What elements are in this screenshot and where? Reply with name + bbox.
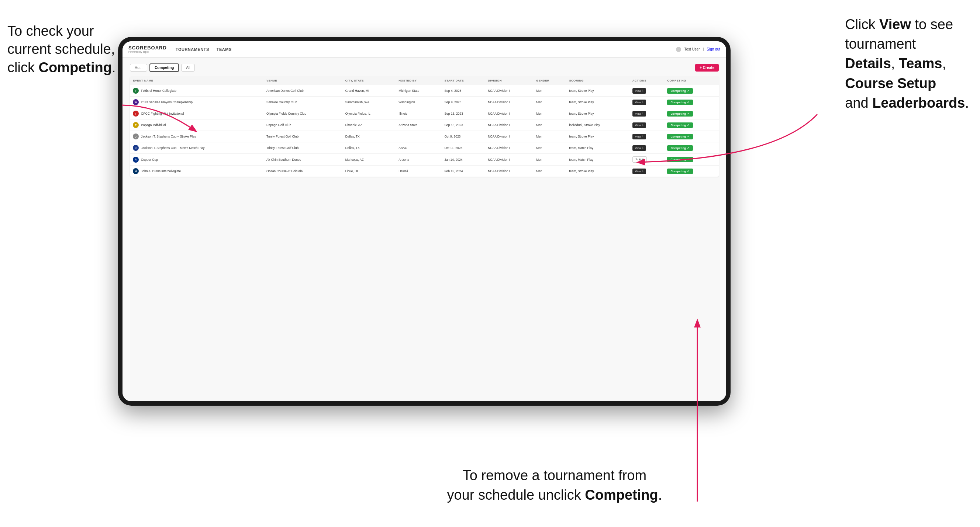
col-start: START DATE	[441, 76, 485, 85]
team-logo: P	[133, 122, 139, 128]
view-button[interactable]: View ℹ	[632, 88, 646, 94]
competing-cell: Competing	[664, 108, 719, 119]
competing-button[interactable]: Competing	[667, 111, 693, 116]
action-cell: View ℹ	[630, 97, 665, 108]
competing-cell: Competing	[664, 85, 719, 97]
division-cell: NCAA Division I	[485, 97, 533, 108]
scoring-cell: team, Stroke Play	[566, 165, 629, 177]
venue-cell: Ak-Chin Southern Dunes	[263, 154, 342, 165]
col-scoring: SCORING	[566, 76, 629, 85]
gender-cell: Men	[533, 97, 566, 108]
table-row: IOFCC Fighting Illini InvitationalOlympi…	[130, 108, 719, 119]
competing-button[interactable]: Competing	[667, 134, 693, 140]
hosted-cell	[396, 131, 441, 142]
create-button[interactable]: + Create	[695, 64, 719, 71]
action-cell: View ℹ	[630, 131, 665, 142]
start-cell: Oct 11, 2023	[441, 142, 485, 154]
venue-cell: Sahalee Country Club	[263, 97, 342, 108]
start-cell: Sep 9, 2023	[441, 97, 485, 108]
event-name: Copper Cup	[141, 158, 158, 162]
filter-row: Ho... Competing All + Create	[130, 63, 719, 72]
event-name-cell: W2023 Sahalee Players Championship	[130, 97, 263, 108]
division-cell: NCAA Division I	[485, 131, 533, 142]
view-button[interactable]: View ℹ	[632, 100, 646, 105]
annotation-bottom: To remove a tournament from your schedul…	[447, 466, 662, 505]
table-row: ACopper CupAk-Chin Southern DunesMaricop…	[130, 154, 719, 165]
venue-cell: Ocean Course At Hokuala	[263, 165, 342, 177]
division-cell: NCAA Division I	[485, 108, 533, 119]
competing-cell: Competing	[664, 154, 719, 165]
competing-button[interactable]: Competing	[667, 157, 693, 162]
table-header-row: EVENT NAME VENUE CITY, STATE HOSTED BY S…	[130, 76, 719, 85]
city-cell: Sammamish, WA	[342, 97, 396, 108]
event-name-cell: IOFCC Fighting Illini Invitational	[130, 108, 263, 119]
filter-tab-home[interactable]: Ho...	[130, 64, 147, 71]
table-row: PPapago IndividualPapago Golf ClubPhoeni…	[130, 119, 719, 131]
division-cell: NCAA Division I	[485, 154, 533, 165]
hosted-cell: Illinois	[396, 108, 441, 119]
view-button[interactable]: View ℹ	[632, 134, 646, 140]
venue-cell: Trinity Forest Golf Club	[263, 142, 342, 154]
gender-cell: Men	[533, 85, 566, 97]
action-cell: View ℹ	[630, 142, 665, 154]
competing-button[interactable]: Competing	[667, 100, 693, 105]
hosted-cell: Arizona State	[396, 119, 441, 131]
competing-cell: Competing	[664, 131, 719, 142]
competing-button[interactable]: Competing	[667, 168, 693, 174]
action-cell: ✎ Edit	[630, 154, 665, 165]
user-name: Test User	[684, 47, 700, 51]
gender-cell: Men	[533, 108, 566, 119]
brand-title: SCOREBOARD	[129, 45, 167, 50]
start-cell: Sep 4, 2023	[441, 85, 485, 97]
table-row: JJackson T. Stephens Cup – Stroke PlayTr…	[130, 131, 719, 142]
annotation-top-right: Click View to see tournament Details, Te…	[845, 15, 969, 113]
view-button[interactable]: View ℹ	[632, 145, 646, 151]
view-button[interactable]: View ℹ	[632, 168, 646, 174]
view-button[interactable]: View ℹ	[632, 111, 646, 116]
competing-button[interactable]: Competing	[667, 88, 693, 94]
competing-button[interactable]: Competing	[667, 145, 693, 151]
separator: |	[703, 47, 704, 51]
team-logo: I	[133, 111, 139, 116]
start-cell: Oct 9, 2023	[441, 131, 485, 142]
scoring-cell: individual, Stroke Play	[566, 119, 629, 131]
venue-cell: Olympia Fields Country Club	[263, 108, 342, 119]
nav-teams[interactable]: TEAMS	[216, 47, 232, 52]
scoring-cell: team, Stroke Play	[566, 85, 629, 97]
navbar-nav: TOURNAMENTS TEAMS	[176, 47, 232, 52]
gender-cell: Men	[533, 142, 566, 154]
table-row: JJackson T. Stephens Cup – Men's Match P…	[130, 142, 719, 154]
filter-tab-competing[interactable]: Competing	[150, 63, 179, 72]
event-name: Folds of Honor Collegiate	[141, 89, 177, 92]
venue-cell: Papago Golf Club	[263, 119, 342, 131]
event-name: Jackson T. Stephens Cup – Men's Match Pl…	[141, 146, 205, 150]
scoring-cell: team, Stroke Play	[566, 131, 629, 142]
event-name-cell: HJohn A. Burns Intercollegiate	[130, 165, 263, 177]
hosted-cell: Michigan State	[396, 85, 441, 97]
tournaments-table-wrapper: EVENT NAME VENUE CITY, STATE HOSTED BY S…	[130, 76, 719, 177]
signout-link[interactable]: Sign out	[706, 47, 720, 51]
competing-cell: Competing	[664, 165, 719, 177]
annotation-top-left: To check your current schedule, click Co…	[7, 22, 116, 77]
view-button[interactable]: View ℹ	[632, 122, 646, 128]
table-body: FFolds of Honor CollegiateAmerican Dunes…	[130, 85, 719, 177]
content: Ho... Competing All + Create EVENT NAME …	[123, 57, 726, 401]
filter-tab-all[interactable]: All	[181, 64, 195, 71]
venue-cell: American Dunes Golf Club	[263, 85, 342, 97]
city-cell: Grand Haven, MI	[342, 85, 396, 97]
edit-button[interactable]: ✎ Edit	[632, 156, 647, 163]
event-name-cell: FFolds of Honor Collegiate	[130, 85, 263, 97]
brand: SCOREBOARD Powered by clippi	[129, 45, 167, 53]
action-cell: View ℹ	[630, 85, 665, 97]
tablet: SCOREBOARD Powered by clippi TOURNAMENTS…	[118, 37, 730, 406]
col-gender: GENDER	[533, 76, 566, 85]
competing-button[interactable]: Competing	[667, 122, 693, 128]
hosted-cell: Arizona	[396, 154, 441, 165]
scoring-cell: team, Stroke Play	[566, 108, 629, 119]
col-actions: ACTIONS	[630, 76, 665, 85]
city-cell: Dallas, TX	[342, 131, 396, 142]
hosted-cell: Washington	[396, 97, 441, 108]
nav-tournaments[interactable]: TOURNAMENTS	[176, 47, 209, 52]
gender-cell: Men	[533, 154, 566, 165]
team-logo: F	[133, 88, 139, 94]
